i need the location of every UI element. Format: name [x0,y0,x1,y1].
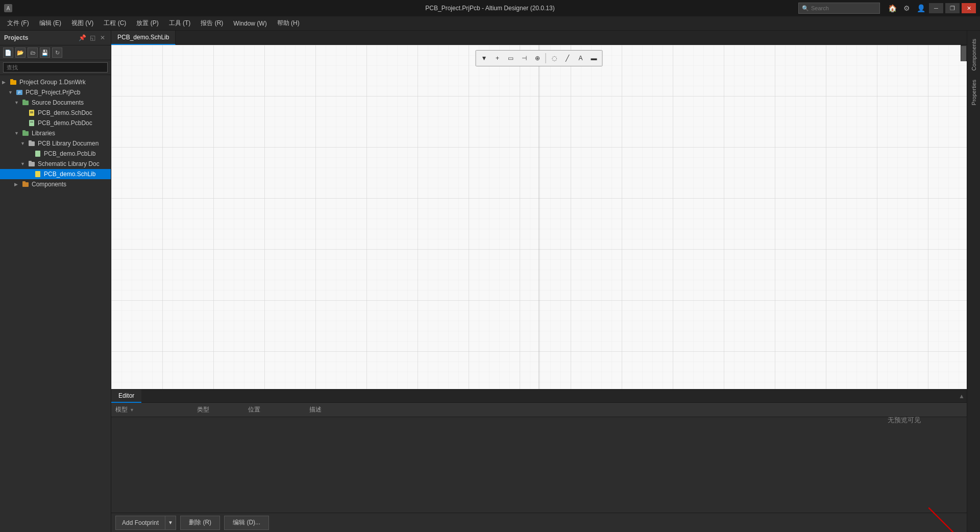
sidebar-item-source-docs[interactable]: ▼ Source Documents [0,98,111,108]
filter-button[interactable]: ▼ [478,52,491,64]
project-search-input[interactable] [3,62,108,72]
tree-arrow: ▼ [20,141,28,146]
delete-button[interactable]: 删除 (R) [180,516,220,530]
save-icon[interactable]: 💾 [40,47,50,58]
pcb-lib-doc-label: PCB Library Documen [38,140,99,147]
add-footprint-button[interactable]: Add Footprint ▼ [115,516,176,530]
menu-project[interactable]: 工程 (C) [99,17,131,30]
edit-button[interactable]: 编辑 (D)... [224,516,269,530]
filter-icon: ▼ [481,55,487,62]
sch-lib-doc-icon [28,160,36,168]
scroll-up-icon[interactable]: ▲ [959,393,965,400]
rect-button[interactable]: ▭ [505,52,517,64]
sidebar-item-pcbdoc[interactable]: ▶ PCB_demo.PcbDoc [0,118,111,128]
maximize-button[interactable]: ❐ [945,3,960,13]
sidebar-item-schlib[interactable]: ▶ PCB_demo.SchLib [0,169,111,179]
open-folder-icon[interactable]: 🗁 [28,47,38,58]
center-area: PCB_demo.SchLib [111,31,967,532]
window-title: PCB_Project.PrjPcb - Altium Designer (20… [425,5,554,12]
schdoc-label: PCB_demo.SchDoc [38,109,92,116]
editor-tab-editor[interactable]: Editor [111,390,141,403]
expand-panel-icon[interactable]: ◱ [88,34,96,42]
col-model: 模型 ▼ [115,405,197,414]
components-label: Components [32,181,66,188]
projects-panel: Projects 📌 ◱ ✕ 📄 📂 🗁 💾 ↻ ▶ P [0,31,111,532]
search-input[interactable] [811,5,872,11]
svg-rect-19 [22,182,29,187]
sidebar-item-pcblib[interactable]: ▶ PCB_demo.PcbLib [0,149,111,159]
pcb-project-label: PCB_Project.PrjPcb [26,89,80,96]
libraries-icon [21,129,30,137]
scroll-thumb[interactable] [961,46,966,61]
menubar: 文件 (F) 编辑 (E) 视图 (V) 工程 (C) 放置 (P) 工具 (T… [0,16,980,31]
svg-rect-9 [29,120,34,126]
split-button[interactable]: ⊣ [518,52,530,64]
bottom-panel: Editor ▲ 模型 ▼ 类型 [111,389,967,532]
pcb-project-icon: P [15,88,23,96]
add-footprint-main[interactable]: Add Footprint [116,516,165,529]
pin-button[interactable]: ⊕ [531,52,544,64]
minimize-button[interactable]: ─ [929,3,943,13]
sch-lib-doc-label: Schematic Library Doc [38,160,100,167]
menu-help[interactable]: 帮助 (H) [272,17,305,30]
svg-rect-14 [29,140,32,142]
user-icon[interactable]: 👤 [915,2,927,14]
sidebar-item-sch-lib-doc[interactable]: ▼ Schematic Library Doc [0,159,111,169]
sidebar-item-schdoc[interactable]: ▶ PCB_demo.SchDoc [0,108,111,118]
right-tab-properties[interactable]: Properties [969,76,979,109]
line-button[interactable]: ╱ [561,52,574,64]
pcblib-icon [34,150,42,158]
editor-toolbar: ▼ + ▭ ⊣ ⊕ ◌ [476,50,603,66]
gear-icon[interactable]: ⚙ [900,2,913,14]
refresh-icon[interactable]: ↻ [52,47,62,58]
titlebar-left: A [4,4,12,12]
sidebar-item-project-group[interactable]: ▶ Project Group 1.DsnWrk [0,77,111,87]
editor-table-header: 模型 ▼ 类型 位置 描述 [111,403,967,417]
project-group-icon [9,78,17,86]
tab-bar: PCB_demo.SchLib [111,31,967,45]
toolbar-separator [546,53,546,63]
close-button[interactable]: ✕ [962,3,976,13]
erase-button[interactable]: ◌ [548,52,560,64]
text-button[interactable]: A [575,52,587,64]
right-tab-components[interactable]: Components [969,35,979,75]
svg-rect-12 [22,130,26,132]
menu-reports[interactable]: 报告 (R) [195,17,228,30]
search-box[interactable]: 🔍 [798,3,880,14]
sidebar-item-libraries[interactable]: ▼ Libraries [0,128,111,138]
menu-view[interactable]: 视图 (V) [66,17,99,30]
dropdown-arrow-icon: ▼ [168,520,173,525]
home-icon[interactable]: 🏠 [886,2,898,14]
right-panel: Components Properties [967,31,980,532]
project-group-label: Project Group 1.DsnWrk [19,79,86,86]
svg-rect-13 [29,141,35,146]
panel-toolbar: 📄 📂 🗁 💾 ↻ [0,45,111,60]
menu-place[interactable]: 放置 (P) [131,17,163,30]
add-button[interactable]: + [492,52,504,64]
menu-tools[interactable]: 工具 (T) [164,17,196,30]
close-panel-icon[interactable]: ✕ [99,34,107,42]
main-layout: Projects 📌 ◱ ✕ 📄 📂 🗁 💾 ↻ ▶ P [0,31,980,532]
svg-rect-11 [22,131,29,136]
svg-rect-20 [22,181,26,183]
tree-arrow: ▼ [14,100,21,105]
open-project-icon[interactable]: 📂 [15,47,26,58]
source-docs-label: Source Documents [32,99,84,106]
tab-schlib[interactable]: PCB_demo.SchLib [111,31,176,45]
menu-window[interactable]: Window (W) [228,18,272,29]
schematic-canvas[interactable]: ▼ + ▭ ⊣ ⊕ ◌ [111,45,967,389]
add-footprint-dropdown[interactable]: ▼ [165,516,176,529]
sidebar-item-components[interactable]: ▶ Components [0,179,111,189]
pcblib-label: PCB_demo.PcbLib [44,150,95,157]
component-button[interactable]: ▬ [588,52,600,64]
line-icon: ╱ [566,55,569,62]
sidebar-item-pcb-project[interactable]: ▼ P PCB_Project.PrjPcb [0,87,111,98]
pin-panel-icon[interactable]: 📌 [78,34,86,42]
titlebar: A PCB_Project.PrjPcb - Altium Designer (… [0,0,980,16]
sidebar-item-pcb-lib-doc[interactable]: ▼ PCB Library Documen [0,138,111,149]
new-project-icon[interactable]: 📄 [3,47,13,58]
menu-edit[interactable]: 编辑 (E) [34,17,66,30]
editor-tab-label: Editor [118,392,134,399]
scroll-bar[interactable] [961,45,967,61]
menu-file[interactable]: 文件 (F) [2,17,34,30]
